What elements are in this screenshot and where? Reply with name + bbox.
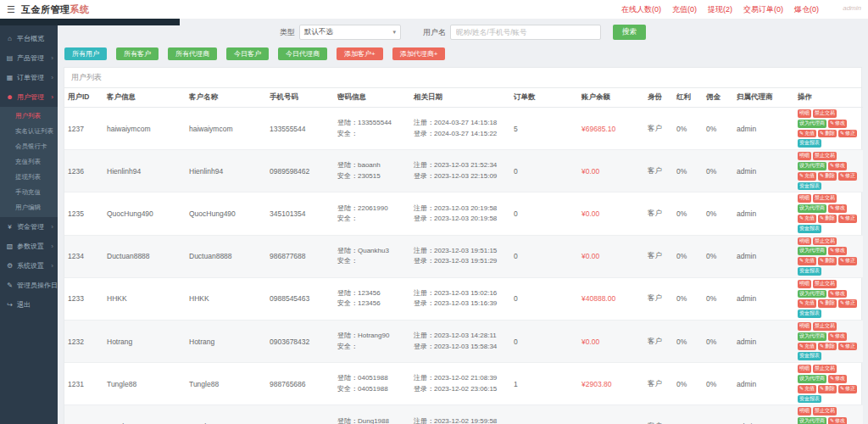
set-agent-button[interactable]: 设为代理商 [798,332,826,341]
edit-button[interactable]: ✎修改 [828,204,847,213]
username-input[interactable] [450,25,601,40]
all-customers-button[interactable]: 所有客户 [116,47,159,60]
sidebar-subitem-manual-recharge[interactable]: 手动充值 [0,185,58,200]
correct-button[interactable]: ✎修正 [838,343,857,351]
sidebar-subitem-bank-cards[interactable]: 会员银行卡 [0,139,58,154]
nav-link-trade-orders[interactable]: 交易订单(0) [743,4,783,15]
fund-report-button[interactable]: 资金报表 [798,225,821,233]
today-customers-button[interactable]: 今日客户 [226,47,269,60]
action-label: 资金报表 [799,353,820,358]
correct-button[interactable]: ✎修正 [838,172,857,181]
ban-trade-button[interactable]: 禁止交易 [813,237,837,246]
sidebar-subitem-realname-list[interactable]: 实名认证列表 [0,124,58,139]
nav-link-liquidation[interactable]: 爆仓(0) [794,4,819,15]
sidebar-item-products[interactable]: ▤产品管理› [0,48,58,68]
set-agent-button[interactable]: 设为代理商 [798,120,826,128]
search-button[interactable]: 搜索 [613,25,646,40]
correct-button[interactable]: ✎修正 [838,130,857,138]
all-agents-button[interactable]: 所有代理商 [168,47,217,60]
detail-button[interactable]: 明细 [798,237,811,246]
add-customer-button[interactable]: 添加客户+ [337,47,383,60]
recharge-button[interactable]: ✎充值 [798,172,816,181]
fund-report-button[interactable]: 资金报表 [798,267,821,276]
delete-button[interactable]: ✎删除 [818,299,837,308]
recharge-button[interactable]: ✎充值 [798,299,816,308]
edit-button[interactable]: ✎修改 [828,247,847,255]
nav-link-online-users[interactable]: 在线人数(0) [621,4,661,15]
recharge-button[interactable]: ✎充值 [798,343,816,351]
recharge-button[interactable]: ✎充值 [798,130,816,138]
cell-dates: 注册：2023-12-03 15:02:16登录：2023-12-03 15:1… [410,277,510,320]
recharge-button[interactable]: ✎充值 [798,215,816,223]
last-login-label: 登录： [414,172,434,180]
nav-link-withdraw[interactable]: 提现(2) [708,4,732,15]
ban-trade-button[interactable]: 禁止交易 [813,407,837,416]
action-label: 设为代理商 [799,418,825,423]
fund-report-button[interactable]: 资金报表 [798,310,821,318]
detail-button[interactable]: 明细 [798,407,811,416]
recharge-button[interactable]: ✎充值 [798,257,816,265]
ban-trade-button[interactable]: 禁止交易 [813,280,837,288]
fund-report-button[interactable]: 资金报表 [798,395,821,404]
sidebar-item-orders[interactable]: ▦订单管理› [0,68,58,87]
ban-trade-button[interactable]: 禁止交易 [813,109,837,118]
recharge-button[interactable]: ✎充值 [798,385,816,393]
edit-button[interactable]: ✎修改 [828,375,847,383]
set-agent-button[interactable]: 设为代理商 [798,290,826,298]
correct-button[interactable]: ✎修正 [838,215,857,223]
add-agent-button[interactable]: 添加代理商+ [392,47,446,60]
sidebar-subitem-user-edit[interactable]: 用户编辑 [0,200,58,215]
fund-report-button[interactable]: 资金报表 [798,182,821,191]
sidebar-item-logout[interactable]: ↪退出 [0,295,58,315]
pencil-icon: ✎ [840,300,844,305]
set-agent-button[interactable]: 设为代理商 [798,247,826,255]
sidebar-item-users[interactable]: ☻用户管理› [0,87,58,107]
sidebar-item-funds[interactable]: ¥资金管理› [0,217,58,237]
ban-trade-button[interactable]: 禁止交易 [813,365,837,373]
ban-trade-button[interactable]: 禁止交易 [813,194,837,203]
edit-button[interactable]: ✎修改 [828,332,847,341]
correct-button[interactable]: ✎修正 [838,257,857,265]
edit-button[interactable]: ✎修改 [828,162,847,170]
ban-trade-button[interactable]: 禁止交易 [813,322,837,331]
set-agent-button[interactable]: 设为代理商 [798,204,826,213]
today-agents-button[interactable]: 今日代理商 [278,47,327,60]
edit-button[interactable]: ✎修改 [828,290,847,298]
detail-button[interactable]: 明细 [798,365,811,373]
detail-button[interactable]: 明细 [798,280,811,288]
security-password: 安全： [337,256,407,266]
detail-button[interactable]: 明细 [798,109,811,118]
edit-button[interactable]: ✎修改 [828,417,847,424]
detail-button[interactable]: 明细 [798,322,811,331]
sidebar-item-system[interactable]: ⚙系统设置› [0,256,58,276]
sidebar-item-params[interactable]: ▧参数设置› [0,237,58,256]
sidebar-item-admin-log[interactable]: ✎管理员操作日志 [0,276,58,295]
sidebar-item-overview[interactable]: ⌂平台概览 [0,29,58,48]
delete-button[interactable]: ✎删除 [818,172,837,181]
delete-button[interactable]: ✎删除 [818,130,837,138]
nav-link-recharge[interactable]: 充值(0) [672,4,697,15]
detail-button[interactable]: 明细 [798,194,811,203]
set-agent-button[interactable]: 设为代理商 [798,417,826,424]
sidebar-subitem-withdraw-list[interactable]: 提现列表 [0,170,58,185]
register-date-value: 2023-12-03 19:51:15 [434,247,497,254]
correct-button[interactable]: ✎修正 [838,385,857,393]
set-agent-button[interactable]: 设为代理商 [798,162,826,170]
sidebar-subitem-recharge-list[interactable]: 充值列表 [0,154,58,170]
detail-button[interactable]: 明细 [798,152,811,160]
all-users-button[interactable]: 所有用户 [64,47,107,60]
type-select[interactable]: 默认不选 ▾ [299,25,401,40]
top-navbar: ☰ 互金所管理系统 在线人数(0)充值(0)提现(2)交易订单(0)爆仓(0) … [0,0,868,19]
menu-icon[interactable]: ☰ [7,4,15,15]
fund-report-button[interactable]: 资金报表 [798,352,821,360]
delete-button[interactable]: ✎删除 [818,385,837,393]
sidebar-subitem-user-list[interactable]: 用户列表 [0,109,58,124]
edit-button[interactable]: ✎修改 [828,120,847,128]
delete-button[interactable]: ✎删除 [818,343,837,351]
ban-trade-button[interactable]: 禁止交易 [813,152,837,160]
delete-button[interactable]: ✎删除 [818,257,837,265]
correct-button[interactable]: ✎修正 [838,299,857,308]
delete-button[interactable]: ✎删除 [818,215,837,223]
fund-report-button[interactable]: 资金报表 [798,139,821,148]
set-agent-button[interactable]: 设为代理商 [798,375,826,383]
